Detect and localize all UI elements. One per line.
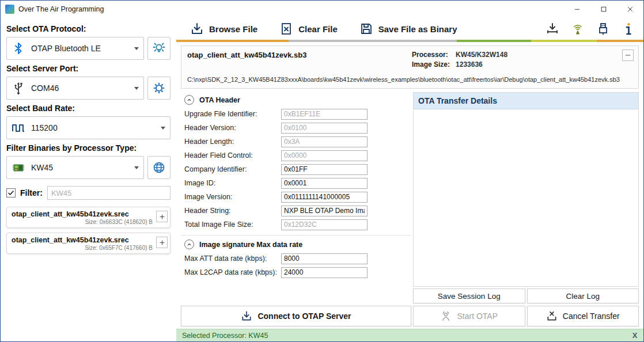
image-size-label: Image Size: [412, 60, 450, 69]
gear-icon [152, 81, 166, 95]
sidebar: Select OTA Protocol: OTAP Bluetooth LE S… [1, 18, 176, 341]
status-close-button[interactable]: X [630, 330, 640, 341]
processor-value: KW45 [31, 163, 53, 172]
processor-meta-label: Processor: [412, 51, 450, 59]
usb-icon [12, 81, 25, 95]
max-l2cap-rate-input[interactable] [281, 267, 368, 278]
ota-header-section-header[interactable]: OTA Header [181, 92, 411, 107]
chip-icon [12, 161, 25, 174]
title-bar: Over The Air Programming [1, 1, 643, 18]
company-identifier-input[interactable] [281, 164, 368, 175]
filter-checkbox[interactable] [6, 188, 16, 197]
minimize-button[interactable] [564, 1, 590, 18]
cancel-transfer-button[interactable]: Cancel Transfer [527, 306, 639, 326]
toolbar-separator [176, 40, 643, 42]
chevron-down-icon [134, 166, 139, 169]
signature-section-header[interactable]: Image signature Max data rate [181, 237, 411, 252]
image-size-value: 1233636 [456, 60, 507, 69]
plus-icon [159, 240, 165, 246]
field-row: Upgrade File Identifier: [181, 107, 411, 121]
close-button[interactable] [617, 1, 643, 18]
field-row: Header String: [181, 204, 411, 218]
header-length-input [281, 136, 368, 147]
connect-label: Connect to OTAP Server [257, 311, 351, 321]
max-att-rate-input[interactable] [281, 253, 368, 264]
protocol-hint-button[interactable] [147, 37, 171, 60]
clear-log-button[interactable]: Clear Log [527, 288, 639, 303]
binary-size: Size: 0x6633C (418620) B [12, 219, 153, 225]
section-divider [181, 235, 411, 235]
browse-file-label: Browse File [209, 24, 257, 34]
save-binary-button[interactable]: Save File as Binary [350, 18, 467, 40]
field-row: Company Identifier: [181, 162, 411, 176]
image-version-input[interactable] [281, 192, 368, 203]
bluetooth-icon [12, 41, 25, 55]
field-row: Image Version: [181, 190, 411, 204]
start-otap-button: Start OTAP [413, 306, 525, 326]
binary-list-item[interactable]: otap_client_att_kw45b41zevk.srec Size: 0… [6, 207, 171, 228]
field-label: Header Field Control: [184, 151, 281, 159]
header-field-control-input [281, 150, 368, 161]
wireless-status-icon[interactable] [571, 22, 585, 36]
chevron-down-icon [161, 127, 165, 130]
maximize-button[interactable] [590, 1, 617, 18]
add-binary-button[interactable] [156, 211, 168, 222]
main-area: Browse File Clear File Save File as Bina… [176, 18, 643, 341]
field-label: Company Identifier: [184, 165, 281, 173]
save-session-log-button[interactable]: Save Session Log [413, 288, 525, 303]
field-label: Header Length: [184, 138, 281, 146]
lightbulb-icon [152, 41, 166, 55]
transfer-log-area [414, 109, 638, 286]
download-status-icon[interactable] [545, 22, 559, 36]
binary-list-item[interactable]: otap_client_att_kw45b41zevk.srec Size: 0… [6, 233, 171, 254]
binary-name: otap_client_att_kw45b41zevk.srec [12, 210, 153, 218]
port-dropdown[interactable]: COM46 [6, 77, 144, 100]
filter-input[interactable] [47, 186, 171, 200]
start-otap-icon [440, 310, 452, 322]
collapse-file-panel-button[interactable] [622, 50, 634, 61]
protocol-label: Select OTA Protocol: [6, 24, 171, 33]
status-bar: Selected Processor: KW45 X [176, 329, 643, 341]
field-row: Header Field Control: [181, 149, 411, 162]
collapse-chevron-icon[interactable] [184, 95, 194, 105]
browse-file-button[interactable]: Browse File [181, 18, 267, 40]
port-settings-button[interactable] [147, 77, 171, 100]
field-label: Image ID: [184, 179, 281, 187]
connect-otap-server-button[interactable]: Connect to OTAP Server [181, 306, 411, 326]
image-id-input[interactable] [281, 178, 368, 189]
header-string-input[interactable] [281, 206, 368, 216]
baud-dropdown[interactable]: 115200 [6, 116, 171, 139]
browse-file-icon [190, 22, 204, 36]
app-window: Over The Air Programming Select OTA Prot… [0, 0, 644, 342]
clear-file-button[interactable]: Clear File [270, 18, 347, 40]
field-label: Max ATT data rate (kbps): [184, 254, 281, 263]
field-label: Max L2CAP data rate (kbps): [184, 268, 281, 276]
file-path: C:\nxp\SDK_2_12_3_KW45B41Z83xxxA\boards\… [187, 76, 632, 83]
field-row: Max ATT data rate (kbps): [181, 252, 411, 265]
processor-dropdown[interactable]: KW45 [6, 156, 144, 179]
protocol-dropdown[interactable]: OTAP Bluetooth LE [6, 37, 144, 60]
collapse-chevron-icon[interactable] [184, 240, 194, 249]
protocol-value: OTAP Bluetooth LE [31, 44, 101, 53]
minus-icon [624, 52, 631, 59]
baud-label: Select Baud Rate: [6, 104, 171, 113]
processor-meta-value: KW45/K32W148 [456, 51, 507, 59]
binary-name: otap_client_att_kw45b41zevk.srec [12, 236, 153, 244]
ota-form-column: OTA Header Upgrade File Identifier: Head… [181, 92, 411, 303]
clear-file-label: Clear File [298, 24, 338, 34]
baud-value: 115200 [31, 123, 58, 132]
window-controls [564, 1, 643, 18]
checkmark-icon [7, 189, 14, 196]
binary-size: Size: 0x65F7C (417660) B [12, 245, 153, 251]
cancel-transfer-icon [546, 310, 558, 322]
processor-browse-button[interactable] [147, 156, 171, 179]
usb-status-icon[interactable] [596, 22, 610, 36]
toolbar: Browse File Clear File Save File as Bina… [176, 18, 643, 40]
transfer-column: OTA Transfer Details Save Session Log Cl… [413, 92, 639, 303]
action-bar: Connect to OTAP Server Start OTAP Cancel… [181, 306, 639, 326]
ota-header-title: OTA Header [199, 96, 240, 104]
add-binary-button[interactable] [156, 237, 168, 248]
ota-transfer-panel: OTA Transfer Details [413, 92, 639, 287]
field-label: Image Version: [184, 193, 281, 201]
info-icon[interactable] [622, 22, 635, 36]
